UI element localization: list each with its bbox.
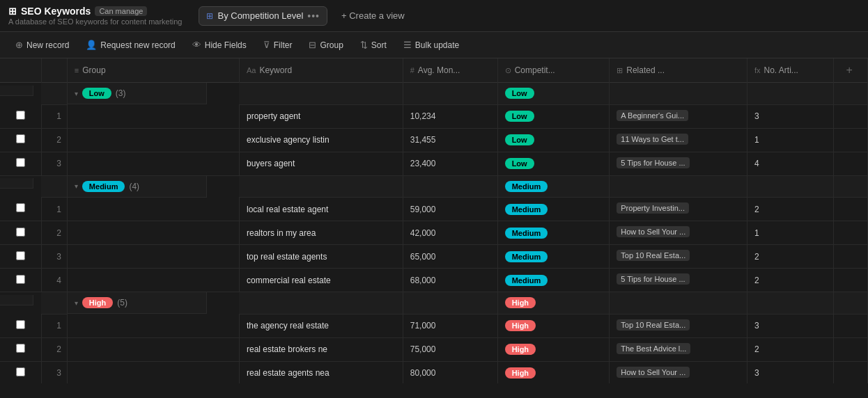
bulk-update-button[interactable]: ☰ Bulk update [396,36,466,54]
row-checkbox[interactable] [0,104,41,128]
group-related-empty-2 [610,292,747,315]
row-keyword[interactable]: real estate brokers ne [239,337,403,361]
related-pill[interactable]: Property Investin... [617,202,689,214]
related-pill[interactable]: A Beginner's Gui... [617,110,688,121]
th-avg: # Avg. Mon... [403,58,497,83]
row-related[interactable]: How to Sell Your ... [610,361,747,383]
group-label-cell-1: ▾ Medium (4) [68,176,207,198]
related-pill[interactable]: 5 Tips for House ... [617,273,689,285]
checkbox-input[interactable] [16,367,25,376]
group-num-0 [41,83,67,105]
group-check-0 [0,86,33,96]
group-comp-badge-inner-0: Low [505,88,534,99]
checkbox-input[interactable] [16,275,25,284]
checkbox-input[interactable] [16,111,25,120]
row-checkbox[interactable] [0,221,41,245]
new-record-label: New record [26,40,69,50]
row-keyword[interactable]: real estate agents nea [239,361,403,383]
app-title-area: ⊞ SEO Keywords Can manage A database of … [8,6,182,26]
th-group-icon: ≡ [75,66,79,74]
row-add-empty [833,245,868,269]
row-competition-badge: High [505,320,536,331]
related-pill[interactable]: The Best Advice l... [617,343,690,354]
table-row: 1 the agency real estate 71,000 High Top… [0,314,868,337]
create-view-button[interactable]: + Create a view [336,7,410,24]
row-checkbox[interactable] [0,245,41,269]
row-related[interactable]: The Best Advice l... [610,337,747,361]
row-checkbox[interactable] [0,152,41,175]
row-number: 2 [41,128,67,152]
checkbox-input[interactable] [16,344,25,353]
checkbox-input[interactable] [16,158,25,167]
group-comp-badge-2: High [497,292,610,315]
row-related[interactable]: 5 Tips for House ... [610,269,747,292]
group-comp-badge-inner-1: Medium [505,181,548,192]
row-keyword[interactable]: buyers agent [239,152,403,175]
group-chevron-1[interactable]: ▾ [75,182,78,190]
row-checkbox[interactable] [0,269,41,292]
new-record-button[interactable]: ⊕ New record [8,36,76,54]
th-add-column[interactable]: + [833,58,868,83]
group-chevron-2[interactable]: ▾ [75,299,78,307]
row-related[interactable]: Top 10 Real Esta... [610,314,747,337]
row-keyword[interactable]: local real estate agent [239,198,403,221]
row-keyword[interactable]: exclusive agency listin [239,128,403,152]
row-keyword[interactable]: top real estate agents [239,245,403,269]
hide-fields-button[interactable]: 👁 Hide Fields [185,36,254,54]
checkbox-input[interactable] [16,251,25,260]
row-checkbox[interactable] [0,314,41,337]
related-pill[interactable]: Top 10 Real Esta... [617,250,690,261]
row-competition: Low [497,128,610,152]
row-related[interactable]: 11 Ways to Get t... [610,128,747,152]
group-header-high: ▾ High (5) High [0,292,868,315]
more-options-icon[interactable]: ••• [307,10,320,22]
row-no-articles: 3 [747,314,833,337]
row-keyword[interactable]: property agent [239,104,403,128]
row-no-articles: 3 [747,361,833,383]
checkbox-input[interactable] [16,320,25,329]
row-related[interactable]: Top 10 Real Esta... [610,245,747,269]
related-pill[interactable]: 5 Tips for House ... [617,157,689,168]
row-related[interactable]: Property Investin... [610,198,747,221]
row-group-cell [67,245,239,269]
related-pill[interactable]: 11 Ways to Get t... [617,134,688,145]
related-pill[interactable]: How to Sell Your ... [617,226,690,237]
group-comp-badge-0: Low [497,83,610,105]
row-checkbox[interactable] [0,198,41,221]
row-avg-monthly: 68,000 [403,269,497,292]
row-checkbox[interactable] [0,128,41,152]
checkbox-input[interactable] [16,228,25,237]
filter-button[interactable]: ⊽ Filter [256,36,300,54]
request-new-record-button[interactable]: 👤 Request new record [79,36,182,54]
group-avg-empty-0 [403,83,497,105]
row-checkbox[interactable] [0,337,41,361]
group-chevron-0[interactable]: ▾ [75,90,78,97]
checkbox-input[interactable] [16,134,25,143]
sort-button[interactable]: ⇅ Sort [353,36,394,54]
table-row: 2 realtors in my area 42,000 Medium How … [0,221,868,245]
th-group: ≡ Group [67,58,239,83]
row-related[interactable]: A Beginner's Gui... [610,104,747,128]
group-button[interactable]: ⊟ Group [302,36,350,54]
row-number: 3 [41,245,67,269]
related-pill[interactable]: Top 10 Real Esta... [617,319,690,331]
row-competition-badge: Medium [505,251,548,262]
can-manage-badge: Can manage [95,6,147,16]
row-keyword[interactable]: realtors in my area [239,221,403,245]
row-competition-badge: High [505,367,536,379]
row-keyword[interactable]: the agency real estate [239,314,403,337]
row-add-empty [833,128,868,152]
view-tab[interactable]: ⊞ By Competition Level ••• [199,6,327,26]
row-add-empty [833,152,868,175]
row-related[interactable]: How to Sell Your ... [610,221,747,245]
add-column-icon[interactable]: + [841,61,858,79]
group-check-1 [0,178,33,189]
checkbox-input[interactable] [16,203,25,212]
row-related[interactable]: 5 Tips for House ... [610,152,747,175]
row-keyword[interactable]: commercial real estate [239,269,403,292]
group-icon: ⊟ [309,40,316,50]
related-pill[interactable]: How to Sell Your ... [617,367,690,378]
row-competition-badge: Medium [505,228,548,239]
table-row: 2 exclusive agency listin 31,455 Low 11 … [0,128,868,152]
row-checkbox[interactable] [0,361,41,383]
